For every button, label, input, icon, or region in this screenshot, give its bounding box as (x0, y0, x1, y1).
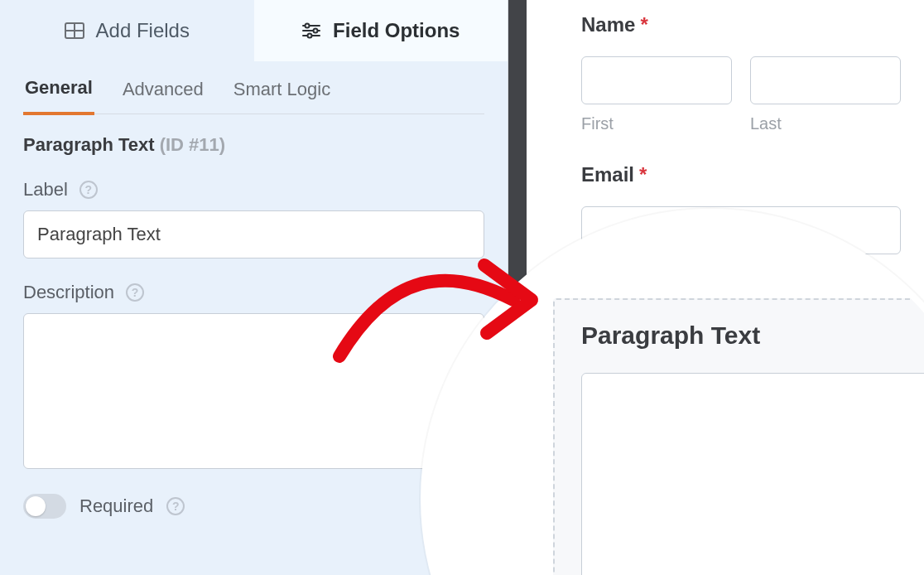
first-name-input[interactable] (581, 56, 732, 104)
tab-field-options-label: Field Options (333, 19, 460, 42)
header-tabs: Add Fields Field Options (0, 0, 508, 61)
last-name-input[interactable] (750, 56, 901, 104)
help-icon[interactable]: ? (166, 497, 185, 515)
preview-email-label: Email* (581, 163, 901, 186)
first-sublabel: First (581, 114, 732, 133)
field-type-name: Paragraph Text (23, 134, 155, 155)
help-icon[interactable]: ? (79, 181, 98, 199)
field-id: (ID #11) (160, 134, 225, 155)
preview-name-text: Name (581, 13, 635, 36)
last-name-col: Last (750, 56, 901, 133)
description-row: Description ? (23, 282, 484, 303)
required-star-icon: * (640, 13, 647, 36)
required-row: Required ? (23, 494, 484, 519)
preview-name-field: Name* First Last (581, 13, 901, 133)
subtab-smart-logic[interactable]: Smart Logic (232, 79, 332, 114)
tab-add-fields[interactable]: Add Fields (0, 0, 254, 61)
label-caption: Label (23, 179, 68, 201)
subtabs: General Advanced Smart Logic (23, 61, 484, 114)
grid-icon (65, 22, 84, 39)
subtab-advanced[interactable]: Advanced (121, 79, 205, 114)
help-icon[interactable]: ? (126, 283, 144, 302)
subtab-general[interactable]: General (23, 77, 94, 115)
svg-point-8 (308, 34, 312, 38)
label-row: Label ? (23, 179, 484, 201)
group-description: Description ? (23, 282, 484, 472)
required-label: Required (79, 495, 153, 517)
preview-paragraph-field[interactable]: Paragraph Text (553, 298, 924, 575)
preview-email-text: Email (581, 163, 634, 186)
name-columns: First Last (581, 56, 901, 133)
svg-point-7 (314, 29, 318, 33)
preview-name-label: Name* (581, 13, 901, 36)
sliders-icon (301, 22, 321, 40)
svg-point-6 (306, 24, 310, 28)
toggle-knob (26, 496, 46, 516)
tab-field-options[interactable]: Field Options (254, 0, 508, 61)
description-caption: Description (23, 282, 114, 303)
last-sublabel: Last (750, 114, 901, 133)
preview-paragraph-label: Paragraph Text (581, 321, 924, 350)
description-textarea[interactable] (23, 313, 484, 469)
required-toggle[interactable] (23, 494, 66, 519)
preview-paragraph-textarea[interactable] (581, 373, 924, 575)
required-star-icon: * (639, 163, 647, 186)
field-heading: Paragraph Text (ID #11) (23, 134, 484, 156)
group-label: Label ? (23, 179, 484, 259)
tab-add-fields-label: Add Fields (96, 19, 190, 42)
first-name-col: First (581, 56, 732, 133)
label-input[interactable] (23, 210, 484, 259)
